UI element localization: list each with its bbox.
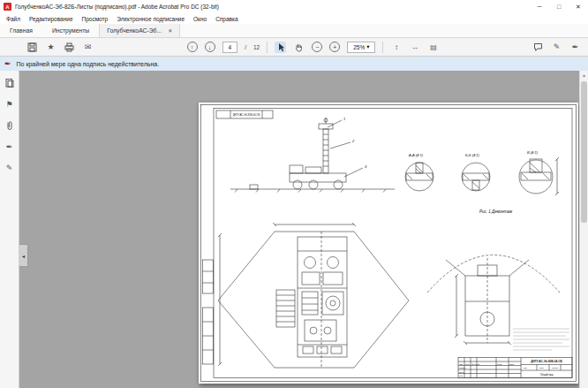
tab-document[interactable]: ГолубченкоАС-Эб... ✕ <box>99 24 180 37</box>
machine-plan-view <box>218 223 409 368</box>
machine-side-view <box>230 118 395 193</box>
page-thumbnails-icon[interactable] <box>2 77 18 89</box>
signatures-icon[interactable]: ✒ <box>2 141 18 153</box>
zoom-level-dropdown[interactable]: 25% ▾ <box>347 42 375 53</box>
figure-caption: Рис. 1 Демонтаж <box>479 209 513 214</box>
panel-collapse-icon: ◂ <box>22 253 25 259</box>
window-titlebar: A ГолубченкоАС-Эб-82Б-Листы (подписано).… <box>0 0 588 13</box>
menu-edit[interactable]: Редактирование <box>25 16 78 22</box>
bookmarks-icon[interactable]: ⚑ <box>2 98 18 110</box>
drawing-frame <box>201 105 577 382</box>
menubar: Файл Редактирование Просмотр Электронное… <box>0 13 588 24</box>
document-canvas[interactable]: ДНТУ.АС-Эб-82Б.04.СБ <box>19 71 579 388</box>
close-button[interactable]: ✕ <box>569 0 588 13</box>
menu-file[interactable]: Файл <box>2 16 25 22</box>
sign-icon[interactable]: ✒ <box>569 42 581 53</box>
tab-document-label: ГолубченкоАС-Эб... <box>107 27 162 34</box>
callout-1: 1 <box>343 117 345 121</box>
toolbar-divider <box>267 42 268 53</box>
vertical-scrollbar[interactable]: ▲ <box>579 71 588 388</box>
view-tabbar: Главная Инструменты ГолубченкоАС-Эб... ✕ <box>0 24 588 38</box>
menu-help[interactable]: Справка <box>211 16 243 22</box>
pencil-icon[interactable]: ✎ <box>551 42 562 53</box>
section-v-label: В (4:1) <box>527 150 539 155</box>
page-separator: / <box>245 44 246 50</box>
section-b-label: Б-Б (4:1) <box>465 153 480 157</box>
zoom-value: 25% <box>353 44 365 50</box>
fit-height-icon[interactable]: ↕ <box>390 42 402 53</box>
select-tool-icon[interactable] <box>275 42 286 53</box>
acrobat-app-icon: A <box>4 3 11 11</box>
titleblock-sheets: Листов <box>552 367 559 369</box>
tab-home[interactable]: Главная <box>0 24 42 37</box>
next-page-button[interactable]: ↓ <box>205 42 215 52</box>
tab-close-icon[interactable]: ✕ <box>168 27 172 34</box>
engineering-drawing: ДНТУ.АС-Эб-82Б.04.СБ <box>199 103 578 384</box>
page-view-icon[interactable]: ▤ <box>427 42 439 53</box>
titleblock-col-izm: Изм. <box>459 363 464 365</box>
menu-window[interactable]: Окно <box>189 16 211 22</box>
navigation-pane-toggle[interactable]: ◂ <box>19 244 28 267</box>
minimize-button[interactable]: ─ <box>530 0 549 13</box>
chevron-down-icon: ▾ <box>366 43 369 50</box>
window-title: ГолубченкоАС-Эб-82Б-Листы (подписано).pd… <box>15 4 219 10</box>
mail-icon[interactable]: ✉ <box>82 42 94 53</box>
titleblock-doc-number: ДНТУ.АС-Эб-82Б.04.СБ <box>531 360 562 363</box>
titleblock-lit: Лит. <box>524 367 527 369</box>
technical-notes <box>513 329 569 350</box>
toolbar-divider <box>382 42 383 53</box>
main-toolbar: ★ ✉ ↑ ↓ 4 / 12 − + 25% ▾ <box>0 38 588 57</box>
annotations-icon[interactable]: ✎ <box>2 162 18 174</box>
menu-view[interactable]: Просмотр <box>78 16 113 22</box>
navigation-sidebar: ⚑ ✒ ✎ <box>0 71 19 388</box>
titleblock-col-date: Дата <box>509 363 515 365</box>
scrollbar-thumb[interactable] <box>581 81 587 223</box>
titleblock-col-doc: № докум. <box>471 363 480 365</box>
previous-page-button[interactable]: ↑ <box>187 42 198 52</box>
tab-tools[interactable]: Инструменты <box>42 24 99 37</box>
maximize-button[interactable]: □ <box>549 0 569 13</box>
signature-warning-icon: ✒ <box>4 60 11 68</box>
zoom-out-button[interactable]: − <box>312 42 322 52</box>
zoom-in-button[interactable]: + <box>329 42 340 52</box>
save-icon[interactable] <box>26 42 38 53</box>
page-total: 12 <box>253 44 260 50</box>
hand-tool-icon[interactable] <box>293 42 305 53</box>
pdf-page[interactable]: ДНТУ.АС-Эб-82Б.04.СБ <box>199 103 578 384</box>
attachments-icon[interactable] <box>2 119 18 132</box>
swing-radius-view <box>427 255 560 346</box>
star-icon[interactable]: ★ <box>45 42 57 53</box>
titleblock-row-dev: Разраб. <box>459 367 466 369</box>
corner-stamp-text: ДНТУ.АС-Эб-82Б.04.СБ <box>233 113 260 117</box>
titleblock-row-approve: Утв. <box>459 375 464 377</box>
callout-3: 3 <box>365 164 367 169</box>
fit-width-icon[interactable]: ↔ <box>409 42 420 53</box>
titleblock-sheet: Лист <box>539 367 544 369</box>
callout-2: 2 <box>351 139 355 143</box>
scroll-up-arrow[interactable]: ▲ <box>580 71 588 80</box>
signature-notification-bar: ✒ По крайней мере одна подпись недействи… <box>0 57 588 71</box>
print-icon[interactable] <box>64 42 75 53</box>
detail-sections <box>405 157 559 195</box>
section-a-label: А-А (4:1) <box>408 153 424 157</box>
titleblock-col-sign: Подп. <box>497 363 502 365</box>
page-number-input[interactable]: 4 <box>222 42 238 53</box>
titleblock-name: Общий вид <box>540 373 554 377</box>
main-area: ⚑ ✒ ✎ <box>0 71 588 388</box>
comment-icon[interactable] <box>532 42 544 53</box>
titleblock-col-list: Лист <box>465 363 470 365</box>
menu-esign[interactable]: Электронное подписание <box>112 16 189 22</box>
titleblock-row-check: Пров. <box>459 371 464 373</box>
page-current: 4 <box>229 44 232 50</box>
signature-notification-text: По крайней мере одна подпись недействите… <box>17 61 160 67</box>
